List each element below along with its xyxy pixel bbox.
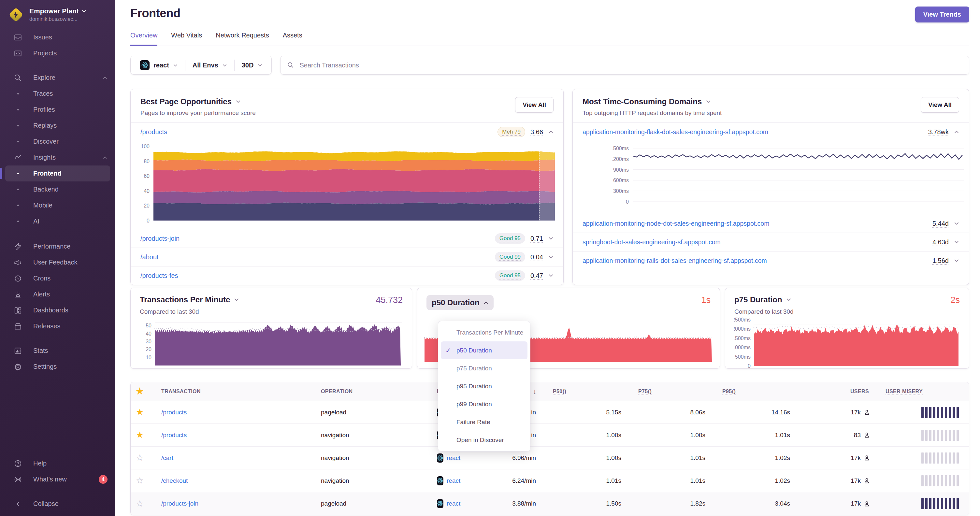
transaction-link[interactable]: /cart — [149, 454, 312, 462]
chevron-down-icon[interactable] — [548, 254, 554, 260]
chevron-down-icon[interactable] — [548, 236, 554, 241]
tab-assets[interactable]: Assets — [283, 32, 302, 46]
menu-item-p95-duration[interactable]: p95 Duration — [438, 377, 530, 395]
org-switcher[interactable]: Empower Plant dominik.buszowiec... — [0, 0, 115, 22]
domain-row[interactable]: application-monitoring-rails-dot-sales-e… — [573, 251, 969, 270]
sidebar-item-replays[interactable]: Replays — [0, 117, 115, 133]
sidebar-item-dashboards[interactable]: Dashboards — [0, 302, 115, 318]
transaction-link[interactable]: /products-join — [149, 500, 312, 507]
sidebar-item-issues[interactable]: Issues — [0, 29, 115, 45]
star-column-header-icon[interactable]: ★ — [136, 387, 144, 396]
sidebar-item-settings[interactable]: Settings — [0, 359, 115, 375]
star-toggle[interactable]: ☆ — [136, 499, 144, 508]
column-header-p50[interactable]: P50() — [538, 389, 623, 394]
metric-selector-dropdown: Transactions Per Minute ✓p50 Duration p7… — [438, 321, 530, 451]
domain-link[interactable]: springboot-dot-sales-engineering-sf.apps… — [582, 238, 721, 246]
sidebar-item-traces[interactable]: Traces — [0, 86, 115, 102]
sidebar-item-discover[interactable]: Discover — [0, 133, 115, 149]
sidebar-item-user-feedback[interactable]: User Feedback — [0, 254, 115, 270]
sidebar-item-ai[interactable]: AI — [0, 213, 115, 229]
menu-item-p75-duration[interactable]: p75 Duration — [438, 359, 530, 377]
sidebar-item-crons[interactable]: Crons — [0, 270, 115, 286]
sidebar-item-alerts[interactable]: Alerts — [0, 286, 115, 302]
p75-cell: 1.82s — [623, 500, 707, 507]
sidebar-item-mobile[interactable]: Mobile — [0, 197, 115, 213]
tab-network-requests[interactable]: Network Requests — [216, 32, 269, 46]
sidebar-item-releases[interactable]: Releases — [0, 318, 115, 334]
menu-item-p99-duration[interactable]: p99 Duration — [438, 395, 530, 413]
star-toggle[interactable]: ★ — [136, 408, 144, 417]
sidebar-item-backend[interactable]: Backend — [0, 181, 115, 197]
menu-item-failure-rate[interactable]: Failure Rate — [438, 413, 530, 431]
domain-link[interactable]: application-monitoring-rails-dot-sales-e… — [582, 257, 767, 265]
sidebar-item-frontend[interactable]: Frontend — [5, 165, 110, 181]
domain-row[interactable]: application-monitoring-flask-dot-sales-e… — [573, 122, 969, 141]
metric-title[interactable]: p75 Duration — [734, 295, 791, 304]
page-link[interactable]: /products — [140, 129, 167, 136]
page-link[interactable]: /products-join — [140, 235, 180, 242]
sidebar-item-profiles[interactable]: Profiles — [0, 102, 115, 117]
date-range-filter[interactable]: 30D — [235, 62, 270, 69]
panel-title[interactable]: Most Time-Consuming Domains — [582, 97, 722, 106]
view-all-button[interactable]: View All — [921, 97, 959, 113]
chevron-down-icon[interactable] — [954, 240, 959, 245]
menu-item-p50-duration[interactable]: ✓p50 Duration — [441, 341, 527, 359]
page-link[interactable]: /products-fes — [140, 272, 178, 279]
tab-web-vitals[interactable]: Web Vitals — [171, 32, 202, 46]
domain-row[interactable]: springboot-dot-sales-engineering-sf.apps… — [573, 233, 969, 251]
tab-overview[interactable]: Overview — [130, 32, 158, 46]
table-row[interactable]: ☆ /cart navigation react 6.96/min 1.00s … — [130, 447, 969, 469]
page-link[interactable]: /about — [140, 254, 159, 261]
transaction-link[interactable]: /checkout — [149, 477, 312, 484]
sidebar-item-whats-new[interactable]: What's new 4 — [0, 472, 115, 487]
domain-row[interactable]: application-monitoring-node-dot-sales-en… — [573, 214, 969, 233]
menu-item-transactions-per-minute[interactable]: Transactions Per Minute — [438, 324, 530, 341]
table-row[interactable]: ★ /products navigation react in 1.00s 1.… — [130, 424, 969, 447]
project-cell[interactable]: react — [429, 499, 457, 508]
star-toggle[interactable]: ★ — [136, 431, 144, 440]
column-header-operation[interactable]: OPERATION — [312, 389, 429, 394]
sidebar-collapse-button[interactable]: Collapse — [0, 496, 115, 512]
metric-title[interactable]: Transactions Per Minute — [140, 295, 239, 304]
page-row[interactable]: /products-join Good 95 0.71 — [130, 229, 563, 248]
star-toggle[interactable]: ☆ — [136, 476, 144, 485]
page-row[interactable]: /products-fes Good 95 0.47 — [130, 266, 563, 285]
column-header-transaction[interactable]: TRANSACTION — [149, 389, 312, 394]
transaction-link[interactable]: /products — [149, 409, 312, 416]
sidebar-item-help[interactable]: Help — [0, 456, 115, 472]
column-header-p95[interactable]: P95() — [707, 389, 792, 394]
chevron-up-icon[interactable] — [548, 129, 554, 135]
metric-selector-trigger[interactable]: p50 Duration — [426, 295, 493, 310]
project-cell[interactable]: react — [429, 454, 457, 463]
panel-title[interactable]: Best Page Opportunities — [140, 97, 256, 106]
view-all-button[interactable]: View All — [515, 97, 554, 113]
sidebar-item-stats[interactable]: Stats — [0, 343, 115, 359]
chevron-down-icon[interactable] — [548, 273, 554, 278]
environment-filter[interactable]: All Envs — [185, 62, 234, 69]
column-header-user-misery[interactable]: USER MISERY — [872, 389, 969, 394]
table-row[interactable]: ★ /products pageload react in 5.15s 8.06… — [130, 401, 969, 424]
table-row[interactable]: ☆ /products-join pageload react 3.88/min… — [130, 492, 969, 515]
page-row[interactable]: /products Meh 79 3.66 — [130, 122, 563, 141]
column-header-p75[interactable]: P75() — [623, 389, 707, 394]
domain-link[interactable]: application-monitoring-node-dot-sales-en… — [582, 220, 769, 227]
page-row[interactable]: /about Good 99 0.04 — [130, 248, 563, 266]
chevron-down-icon[interactable] — [954, 258, 959, 263]
project-filter[interactable]: react — [133, 60, 185, 70]
table-row[interactable]: ☆ /checkout navigation react 6.24/min 1.… — [130, 469, 969, 492]
view-trends-button[interactable]: View Trends — [915, 6, 969, 22]
chevron-up-icon[interactable] — [954, 129, 959, 135]
star-toggle[interactable]: ☆ — [136, 454, 144, 462]
column-header-users[interactable]: USERS — [792, 389, 872, 394]
chevron-down-icon[interactable] — [954, 221, 959, 226]
search-transactions-input[interactable] — [299, 61, 963, 69]
p75-cell: 1.01s — [623, 454, 707, 462]
project-cell[interactable]: react — [429, 476, 457, 485]
sidebar-item-projects[interactable]: Projects — [0, 45, 115, 61]
sidebar-item-performance[interactable]: Performance — [0, 238, 115, 254]
menu-item-open-in-discover[interactable]: Open in Discover — [438, 431, 530, 449]
sidebar-item-insights[interactable]: Insights — [0, 149, 115, 165]
transaction-link[interactable]: /products — [149, 432, 312, 439]
sidebar-item-explore[interactable]: Explore — [0, 70, 115, 86]
domain-link[interactable]: application-monitoring-flask-dot-sales-e… — [582, 129, 768, 136]
